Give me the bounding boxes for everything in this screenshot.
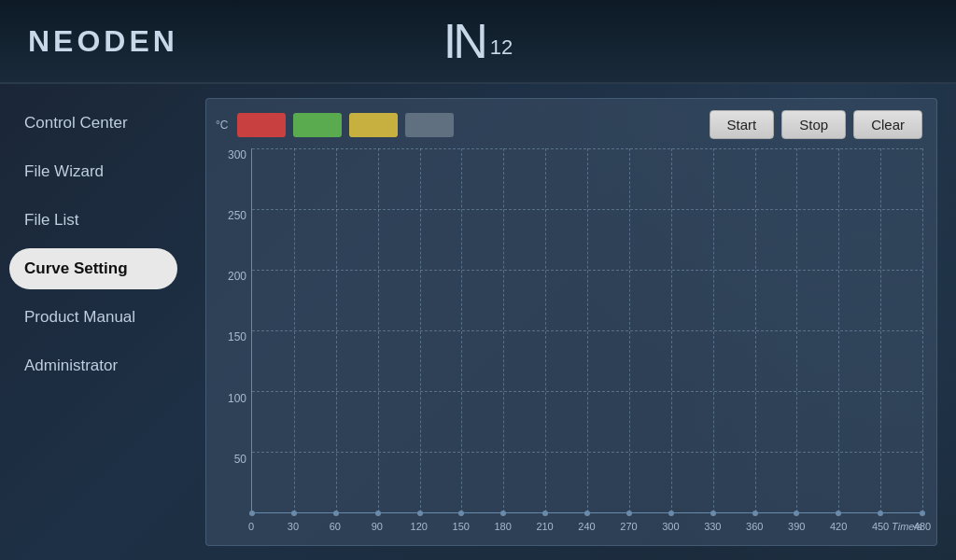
y-label-250: 250 — [216, 209, 251, 222]
x-label-180: 180 — [494, 521, 511, 532]
x-label-30: 30 — [288, 521, 299, 532]
grid-v-15 — [880, 148, 881, 512]
y-label-150: 150 — [216, 330, 251, 343]
legend-gray[interactable] — [405, 113, 454, 137]
x-label-120: 120 — [411, 521, 428, 532]
y-label-50: 50 — [216, 453, 251, 466]
logo: IN 12 — [443, 17, 513, 65]
sidebar: Control CenterFile WizardFile ListCurve … — [0, 84, 187, 560]
header: NEODEN IN 12 — [0, 0, 956, 84]
x-label-420: 420 — [830, 521, 847, 532]
chart-area: 30025020015010050 Time/s 030609012015018… — [216, 148, 922, 534]
x-label-330: 330 — [704, 521, 721, 532]
grid-v-16 — [922, 148, 923, 512]
x-label-450: 450 — [872, 521, 889, 532]
x-label-90: 90 — [372, 521, 383, 532]
grid-v-4 — [420, 148, 421, 512]
clear-button[interactable]: Clear — [853, 110, 922, 139]
x-label-0: 0 — [248, 521, 254, 532]
x-label-60: 60 — [330, 521, 341, 532]
sidebar-item-file-wizard[interactable]: File Wizard — [9, 151, 177, 192]
grid-v-2 — [336, 148, 337, 512]
sidebar-item-file-list[interactable]: File List — [9, 200, 177, 241]
stop-button[interactable]: Stop — [781, 110, 846, 139]
grid-v-3 — [378, 148, 379, 512]
legend-red[interactable] — [237, 113, 286, 137]
grid-v-11 — [713, 148, 714, 512]
legend-yellow[interactable] — [349, 113, 398, 137]
sidebar-item-control-center[interactable]: Control Center — [9, 103, 177, 144]
legend-green[interactable] — [293, 113, 342, 137]
x-label-210: 210 — [536, 521, 553, 532]
y-label-200: 200 — [216, 270, 251, 283]
grid-v-7 — [545, 148, 546, 512]
x-label-270: 270 — [620, 521, 637, 532]
toolbar: °C Start Stop Clear — [216, 110, 922, 139]
main-layout: Control CenterFile WizardFile ListCurve … — [0, 84, 956, 560]
y-axis-unit: °C — [216, 119, 228, 132]
y-label-300: 300 — [216, 148, 251, 161]
legend-boxes — [237, 113, 454, 137]
chart-plot: Time/s 030609012015018021024027030033036… — [251, 148, 922, 534]
grid-v-6 — [503, 148, 504, 512]
logo-num-text: 12 — [490, 35, 513, 60]
sidebar-item-curve-setting[interactable]: Curve Setting — [9, 248, 177, 289]
x-axis: Time/s 030609012015018021024027030033036… — [251, 513, 922, 534]
grid-v-1 — [294, 148, 295, 512]
x-label-360: 360 — [746, 521, 763, 532]
sidebar-item-administrator[interactable]: Administrator — [9, 345, 177, 386]
grid-area — [251, 148, 922, 513]
chart-container: °C Start Stop Clear 30025020015010050 Ti… — [205, 98, 937, 546]
x-label-240: 240 — [578, 521, 595, 532]
sidebar-item-product-manual[interactable]: Product Manual — [9, 297, 177, 338]
x-label-390: 390 — [788, 521, 805, 532]
grid-v-8 — [587, 148, 588, 512]
grid-v-14 — [838, 148, 839, 512]
x-label-150: 150 — [453, 521, 470, 532]
brand-name: NEODEN — [28, 24, 178, 59]
x-label-300: 300 — [662, 521, 679, 532]
x-label-480: 480 — [914, 521, 931, 532]
y-axis: 30025020015010050 — [216, 148, 251, 534]
content-area: °C Start Stop Clear 30025020015010050 Ti… — [187, 84, 956, 560]
grid-v-12 — [755, 148, 756, 512]
grid-v-13 — [796, 148, 797, 512]
grid-v-9 — [629, 148, 630, 512]
start-button[interactable]: Start — [710, 110, 775, 139]
grid-v-10 — [671, 148, 672, 512]
grid-v-5 — [461, 148, 462, 512]
y-label-100: 100 — [216, 392, 251, 405]
logo-in-text: IN — [443, 17, 485, 65]
